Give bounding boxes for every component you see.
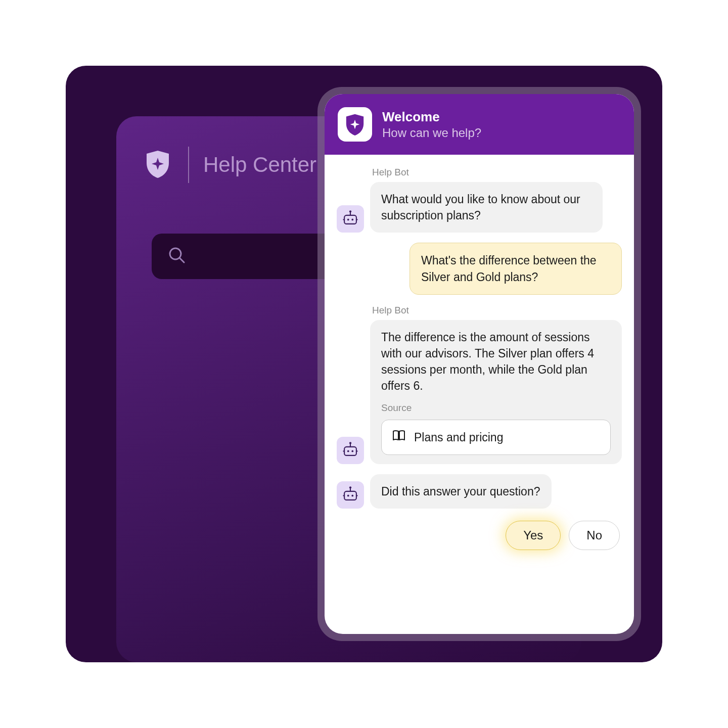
bot-message-text: The difference is the amount of sessions…	[381, 329, 611, 394]
svg-point-13	[349, 442, 351, 444]
message-row-user: What's the difference between the Silver…	[337, 243, 622, 294]
bot-message: What would you like to know about our su…	[370, 182, 603, 233]
source-title: Plans and pricing	[414, 429, 503, 445]
svg-point-11	[351, 450, 353, 452]
help-center-title: Help Center	[203, 153, 316, 177]
divider	[188, 147, 189, 183]
chat-widget-frame: Welcome How can we help? Help Bot	[317, 87, 641, 641]
chat-widget: Welcome How can we help? Help Bot	[325, 94, 634, 634]
message-row-bot: The difference is the amount of sessions…	[337, 320, 622, 465]
svg-rect-9	[344, 447, 356, 456]
bot-avatar	[337, 205, 364, 233]
bot-message-with-source: The difference is the amount of sessions…	[370, 320, 622, 465]
source-card[interactable]: Plans and pricing	[381, 420, 611, 455]
bot-name-label: Help Bot	[372, 167, 622, 178]
chat-subtitle: How can we help?	[382, 126, 481, 140]
bot-avatar	[337, 437, 364, 464]
svg-line-1	[180, 258, 184, 262]
svg-rect-2	[344, 215, 356, 224]
yes-button[interactable]: Yes	[506, 521, 561, 550]
robot-icon	[342, 485, 359, 505]
svg-point-17	[347, 495, 349, 497]
source-label: Source	[381, 401, 611, 415]
svg-point-20	[349, 487, 351, 489]
message-row-bot: Did this answer your question?	[337, 474, 622, 509]
chat-header: Welcome How can we help?	[325, 94, 634, 155]
bot-message: Did this answer your question?	[370, 474, 552, 509]
svg-point-10	[347, 450, 349, 452]
feedback-row: Yes No	[337, 521, 622, 550]
robot-icon	[342, 209, 359, 229]
svg-point-4	[351, 219, 353, 221]
book-icon	[392, 428, 406, 446]
svg-point-6	[349, 211, 351, 213]
message-row-bot: What would you like to know about our su…	[337, 182, 622, 233]
stage: Help Center Welcome	[66, 66, 662, 662]
no-button[interactable]: No	[569, 521, 620, 550]
chat-title: Welcome	[382, 109, 481, 125]
user-message: What's the difference between the Silver…	[410, 243, 622, 294]
bot-name-label: Help Bot	[372, 305, 622, 316]
chat-brand-icon	[338, 107, 372, 142]
bot-avatar	[337, 481, 364, 509]
robot-icon	[342, 441, 359, 460]
shield-sparkle-icon	[142, 148, 174, 182]
svg-point-3	[347, 219, 349, 221]
svg-point-18	[351, 495, 353, 497]
svg-point-0	[170, 248, 181, 259]
chat-body: Help Bot	[325, 155, 634, 634]
chat-header-text: Welcome How can we help?	[382, 109, 481, 140]
svg-rect-16	[344, 491, 356, 500]
search-icon	[167, 245, 187, 267]
